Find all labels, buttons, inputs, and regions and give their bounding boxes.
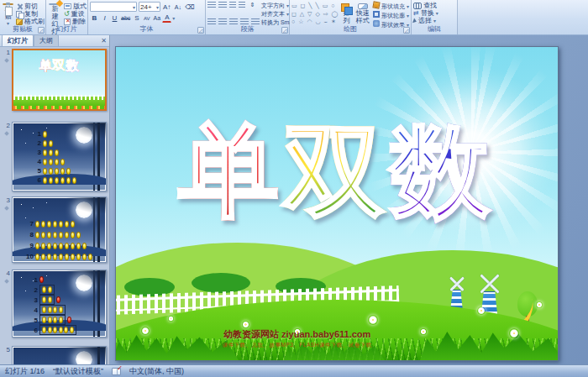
bold-button[interactable]: B [90, 13, 99, 23]
binoculars-icon [413, 3, 422, 8]
layout-icon [64, 3, 71, 9]
count-row: 1 [31, 129, 106, 139]
dialog-launcher-drawing[interactable]: ◿ [403, 27, 410, 34]
flower [477, 306, 486, 315]
paste-button[interactable]: 粘贴 ▾ [2, 2, 14, 25]
numbering-button[interactable] [218, 2, 227, 8]
yellow-egg-icon [59, 254, 63, 260]
select-button[interactable]: 选择▾ [413, 17, 455, 24]
slide-title-text: 单双数 [178, 194, 496, 208]
underline-button[interactable]: U [110, 13, 119, 23]
animation-indicator-icon [4, 131, 9, 136]
editing-canvas: 单双数 幼教资源网站 ziyuan.baby611.com 课件下载、儿歌、故事… [110, 35, 588, 364]
bullets-button[interactable] [207, 2, 216, 8]
quick-styles-button[interactable]: 快速样式 [354, 2, 371, 25]
yellow-egg-icon [47, 254, 51, 260]
slide-thumbnail-3[interactable]: 78910 [12, 196, 107, 263]
bush [192, 273, 250, 293]
font-size-combo[interactable]: 24+▾ [139, 2, 160, 12]
title-char-3: 数 [390, 114, 496, 227]
pair-box [39, 315, 66, 325]
yellow-egg-icon [55, 159, 59, 165]
count-row: 2 [28, 285, 106, 295]
panel-close-icon[interactable]: ✕ [101, 38, 107, 45]
shape-outline-button[interactable]: 形状轮廓 ▾ [373, 11, 409, 20]
count-row: 6 [31, 175, 106, 185]
count-row: 5 [28, 315, 106, 325]
yellow-egg-icon [35, 221, 39, 228]
yellow-egg-icon [41, 221, 45, 228]
yellow-egg-icon [41, 254, 45, 260]
slide-thumbnail-4[interactable]: 123456 [12, 270, 107, 338]
count-row: 3 [31, 148, 106, 157]
yellow-egg-icon [35, 254, 39, 260]
increase-indent-button[interactable] [239, 2, 245, 8]
tab-outline[interactable]: 大纲 [34, 34, 59, 46]
decrease-indent-button[interactable] [229, 2, 236, 8]
yellow-egg-icon [65, 243, 69, 249]
shape-fill-button[interactable]: 形状填充 ▾ [373, 2, 409, 11]
group-editing: 查找 ⇄替换▾ 选择▾ 编辑 [412, 0, 458, 34]
tree-branch [66, 346, 107, 364]
pair-box [39, 325, 76, 335]
quick-styles-icon [358, 3, 368, 9]
group-label-paragraph: 段落 [206, 24, 289, 34]
slide-title-textbox[interactable]: 单双数 [116, 113, 558, 228]
yellow-egg-icon [43, 168, 47, 175]
yellow-egg-icon [59, 327, 63, 333]
change-case-button[interactable]: Aa [152, 13, 161, 23]
group-font: ▾ 24+▾ A↑ A↓ ⌫ B I U abc S AV Aa A ▾ [88, 0, 206, 34]
count-row: 8 [21, 229, 106, 240]
find-button[interactable]: 查找 [413, 2, 455, 9]
text-shadow-button[interactable]: S [132, 13, 141, 23]
count-number: 3 [31, 149, 41, 156]
shrink-font-button[interactable]: A↓ [173, 3, 182, 12]
slide-thumbnail-1[interactable]: 单双数 [12, 49, 107, 111]
grow-font-button[interactable]: A↑ [162, 3, 171, 12]
yellow-egg-icon [66, 177, 71, 184]
status-template-name: “默认设计模板” [53, 366, 103, 377]
thumb4-rows: 123456 [13, 270, 106, 337]
yellow-egg-icon [65, 254, 69, 260]
thumb3-rows: 78910 [13, 197, 106, 262]
arrange-icon [341, 3, 351, 9]
yellow-egg-icon [70, 327, 74, 333]
font-color-button[interactable]: A [162, 13, 171, 23]
line-spacing-button[interactable]: ⇕ [248, 2, 257, 8]
font-name-combo[interactable]: ▾ [90, 2, 137, 12]
strikethrough-button[interactable]: abc [120, 13, 131, 23]
red-egg-icon [56, 296, 60, 303]
count-row: 7 [21, 218, 106, 229]
yellow-egg-icon [53, 317, 57, 323]
italic-button[interactable]: I [100, 13, 109, 23]
count-row: 5 [31, 166, 106, 175]
count-row: 1 [28, 275, 106, 285]
slide-thumbnail-5[interactable] [12, 346, 107, 364]
yellow-egg-icon [76, 254, 81, 260]
yellow-egg-icon [71, 254, 75, 260]
dialog-launcher-font[interactable]: ◿ [197, 27, 204, 34]
yellow-egg-icon [42, 317, 46, 323]
yellow-egg-icon [35, 243, 39, 249]
group-label-drawing: 绘图 [290, 24, 411, 34]
yellow-egg-icon [53, 243, 57, 249]
dialog-launcher-clipboard[interactable]: ◿ [38, 27, 45, 34]
yellow-egg-icon [65, 232, 69, 238]
group-label-slides: 幻灯片 [46, 24, 87, 34]
arrange-button[interactable]: 排列 [340, 2, 352, 25]
yellow-egg-icon [76, 232, 81, 238]
new-slide-button[interactable]: 新建 幻灯片 [48, 2, 62, 25]
dialog-launcher-paragraph[interactable]: ◿ [281, 27, 288, 34]
main-slide[interactable]: 单双数 幼教资源网站 ziyuan.baby611.com 课件下载、儿歌、故事… [115, 46, 559, 361]
clear-formatting-button[interactable]: ⌫ [184, 3, 195, 12]
character-spacing-button[interactable]: AV [142, 13, 151, 23]
tab-slides[interactable]: 幻灯片 [2, 34, 34, 46]
yellow-egg-icon [48, 317, 52, 323]
yellow-egg-icon [55, 177, 59, 184]
slide-thumbnail-2[interactable]: 123456 [12, 122, 107, 191]
shapes-gallery[interactable]: ▭ ◻ ╲ ╲ ▭ ○ ◻ △ ▽ ◇ ⇨ ◯ ○ ☆ ◠ ◡ ⌣ ✶ [291, 2, 339, 25]
panel-tab-bar: 幻灯片 大纲 ✕ [0, 35, 109, 47]
count-number: 10 [21, 253, 34, 260]
count-number: 4 [28, 306, 38, 314]
font-color-arrow[interactable]: ▾ [172, 15, 175, 21]
